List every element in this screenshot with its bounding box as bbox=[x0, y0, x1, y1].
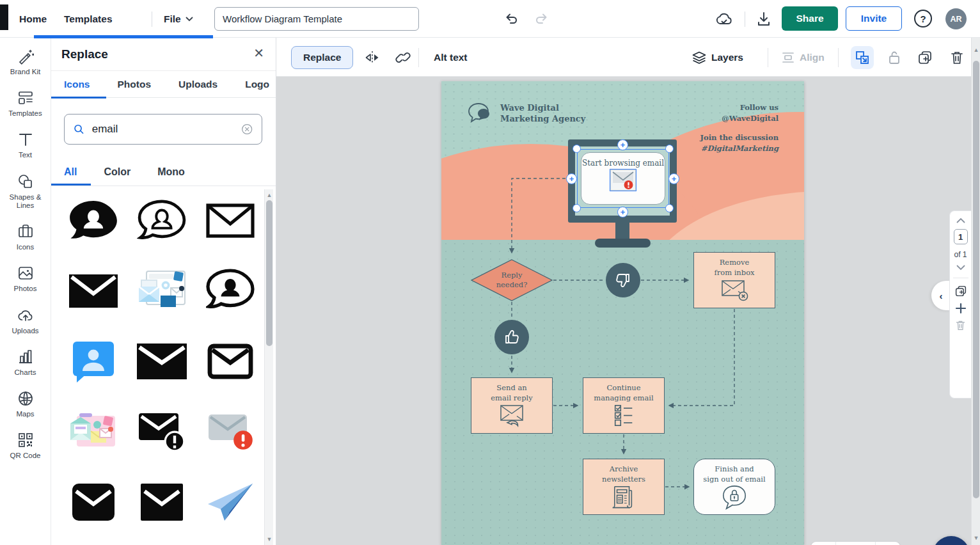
file-menu[interactable]: File bbox=[164, 0, 193, 38]
chat-support-button[interactable] bbox=[933, 536, 970, 545]
webmail-illustration-icon[interactable] bbox=[130, 267, 194, 315]
connector-handle-bottom[interactable]: + bbox=[617, 207, 628, 217]
panel-scrollbar[interactable]: ▲ ▼ bbox=[264, 189, 273, 545]
group-button[interactable] bbox=[851, 46, 874, 69]
trash-icon[interactable] bbox=[948, 49, 966, 67]
sidebar-item-text[interactable]: Text bbox=[1, 131, 51, 159]
help-button[interactable]: ? bbox=[914, 10, 932, 28]
envelope-alert-black-icon[interactable] bbox=[130, 407, 194, 456]
undo-icon[interactable] bbox=[503, 10, 521, 28]
chat-person-head-filled-icon[interactable] bbox=[198, 267, 262, 315]
current-page-box[interactable]: 1 bbox=[954, 229, 968, 244]
scroll-down-icon[interactable]: ▼ bbox=[972, 533, 980, 542]
scrollbar-thumb[interactable] bbox=[266, 200, 273, 346]
redo-icon[interactable] bbox=[532, 10, 550, 28]
tab-photos[interactable]: Photos bbox=[117, 79, 151, 90]
thumbs-down-node[interactable] bbox=[606, 263, 640, 297]
flow-node-continue[interactable]: Continue managing email bbox=[583, 377, 665, 434]
envelope-square-filled-icon[interactable] bbox=[130, 478, 194, 526]
continue-label: Continue managing email bbox=[583, 383, 664, 403]
page-down-icon[interactable] bbox=[956, 265, 965, 271]
selected-envelope-alert-icon[interactable] bbox=[610, 169, 636, 191]
duplicate-icon[interactable] bbox=[916, 49, 934, 67]
selection-handle-se[interactable] bbox=[665, 204, 674, 212]
sidebar-item-qr-code[interactable]: QR Code bbox=[1, 432, 51, 460]
scroll-down-icon[interactable]: ▼ bbox=[265, 535, 274, 544]
alt-text-button[interactable]: Alt text bbox=[434, 38, 468, 77]
brand-logo[interactable]: Wave Digital Marketing Agency bbox=[467, 102, 585, 125]
filter-mono[interactable]: Mono bbox=[157, 166, 185, 178]
flow-node-start[interactable]: Start browsing email bbox=[581, 152, 665, 205]
envelope-rounded-filled-icon[interactable] bbox=[61, 478, 125, 526]
chat-person-filled-icon[interactable] bbox=[61, 196, 125, 245]
scroll-up-icon[interactable]: ▲ bbox=[265, 191, 274, 200]
sidebar-item-photos[interactable]: Photos bbox=[1, 265, 51, 293]
sidebar-item-charts[interactable]: Charts bbox=[1, 349, 51, 377]
flow-node-send[interactable]: Send an email reply bbox=[471, 377, 553, 434]
download-icon[interactable] bbox=[755, 10, 773, 28]
sidebar-item-icons[interactable]: Icons bbox=[1, 223, 51, 251]
sidebar-item-templates[interactable]: Templates bbox=[1, 90, 51, 118]
replace-button[interactable]: Replace bbox=[291, 46, 353, 69]
chat-person-outline-icon[interactable] bbox=[130, 196, 194, 245]
tab-logo[interactable]: Logo bbox=[245, 79, 269, 90]
document-title-input[interactable] bbox=[214, 7, 419, 31]
envelope-outline-icon[interactable] bbox=[198, 196, 262, 245]
zoom-out-button[interactable]: − bbox=[811, 542, 835, 545]
zoom-level[interactable]: 69% bbox=[835, 542, 876, 545]
paper-plane-blue-icon[interactable] bbox=[198, 478, 262, 526]
delete-page-icon[interactable] bbox=[956, 320, 965, 331]
send-label: Send an email reply bbox=[471, 383, 552, 403]
scroll-up-icon[interactable]: ▲ bbox=[972, 45, 980, 54]
lock-icon[interactable] bbox=[885, 49, 903, 67]
layers-button[interactable]: Layers bbox=[692, 38, 743, 77]
filter-all[interactable]: All bbox=[64, 166, 77, 178]
avatar[interactable]: AR bbox=[945, 8, 967, 29]
zoom-in-button[interactable]: + bbox=[876, 542, 900, 545]
flip-icon[interactable] bbox=[363, 49, 381, 67]
sidebar-item-uploads[interactable]: Uploads bbox=[1, 307, 51, 335]
search-input[interactable] bbox=[91, 122, 235, 136]
tab-icons[interactable]: Icons bbox=[64, 79, 90, 90]
connector-handle-right[interactable]: + bbox=[668, 173, 679, 184]
envelope-filled-icon[interactable] bbox=[61, 267, 125, 315]
main-scrollbar[interactable]: ▲ ▼ bbox=[971, 38, 980, 545]
email-pastel-illustration-icon[interactable] bbox=[61, 407, 125, 456]
flow-node-finish[interactable]: Finish and sign out of email bbox=[693, 459, 775, 515]
flow-node-archive[interactable]: Archive newsletters bbox=[583, 459, 665, 515]
briefcase-icon bbox=[17, 223, 34, 240]
nav-home[interactable]: Home bbox=[19, 0, 47, 38]
envelope-alert-red-icon[interactable] bbox=[198, 407, 262, 456]
flow-node-remove[interactable]: Remove from inbox bbox=[693, 252, 775, 308]
app-logo[interactable] bbox=[0, 4, 8, 30]
add-page-icon[interactable] bbox=[955, 303, 967, 314]
selection-handle-ne[interactable] bbox=[665, 145, 674, 153]
duplicate-page-icon[interactable] bbox=[955, 285, 967, 297]
thumbs-up-node[interactable] bbox=[494, 320, 529, 354]
page-up-icon[interactable] bbox=[956, 217, 965, 223]
tab-uploads[interactable]: Uploads bbox=[178, 79, 217, 90]
invite-button[interactable]: Invite bbox=[846, 6, 902, 31]
connector-handle-top[interactable]: + bbox=[617, 139, 628, 150]
connector-handle-left[interactable]: + bbox=[566, 173, 577, 184]
selection-handle-sw[interactable] bbox=[573, 204, 581, 212]
flow-node-decision[interactable]: Reply needed? bbox=[471, 259, 553, 301]
sidebar-item-brand-kit[interactable]: Brand Kit bbox=[1, 48, 51, 76]
nav-templates[interactable]: Templates bbox=[64, 0, 113, 38]
envelope-filled-wide-icon[interactable] bbox=[130, 337, 194, 386]
chat-person-blue-icon[interactable] bbox=[61, 337, 125, 386]
envelope-bold-outline-icon[interactable] bbox=[198, 337, 262, 386]
close-icon[interactable]: ✕ bbox=[253, 47, 264, 59]
align-button[interactable]: Align bbox=[782, 38, 825, 77]
scrollbar-thumb[interactable] bbox=[973, 61, 979, 498]
filter-color[interactable]: Color bbox=[104, 166, 130, 178]
share-button[interactable]: Share bbox=[782, 6, 838, 31]
selection-handle-nw[interactable] bbox=[573, 145, 581, 153]
canvas-page[interactable]: Wave Digital Marketing Agency Follow us … bbox=[441, 81, 804, 545]
collapse-panel-tab[interactable]: ‹ bbox=[931, 281, 951, 310]
sidebar-item-shapes-lines[interactable]: Shapes & Lines bbox=[1, 173, 51, 210]
cloud-save-icon[interactable] bbox=[715, 10, 733, 28]
clear-search-icon[interactable] bbox=[241, 122, 253, 136]
link-icon[interactable] bbox=[394, 49, 412, 67]
sidebar-item-maps[interactable]: Maps bbox=[1, 390, 51, 418]
